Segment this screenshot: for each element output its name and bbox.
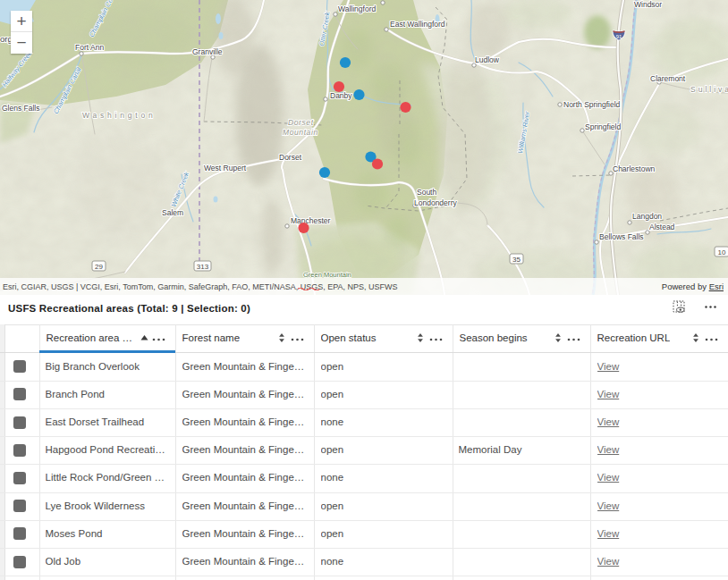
- svg-text:Ludlow: Ludlow: [475, 55, 500, 64]
- svg-text:South: South: [417, 188, 436, 197]
- svg-text:35: 35: [512, 256, 521, 264]
- svg-text:Dorset: Dorset: [288, 118, 314, 127]
- svg-text:North Springfield: North Springfield: [563, 100, 621, 109]
- svg-text:Claremont: Claremont: [650, 74, 686, 83]
- svg-text:Manchester: Manchester: [291, 216, 331, 225]
- svg-text:Wallingford: Wallingford: [338, 4, 376, 13]
- svg-text:Langdon: Langdon: [632, 212, 662, 221]
- svg-text:Alstead: Alstead: [649, 223, 675, 231]
- svg-text:91: 91: [616, 34, 622, 39]
- svg-text:East Wallingford: East Wallingford: [390, 20, 445, 29]
- svg-text:313: 313: [197, 263, 209, 271]
- svg-text:Salem: Salem: [162, 208, 183, 217]
- svg-text:Washington: Washington: [82, 111, 157, 120]
- svg-text:Bellows Falls: Bellows Falls: [599, 232, 644, 241]
- svg-text:Londonderry: Londonderry: [414, 198, 457, 207]
- svg-text:Springfield: Springfield: [585, 122, 621, 131]
- svg-text:West Rupert: West Rupert: [204, 164, 247, 172]
- svg-text:Charlestown: Charlestown: [613, 164, 656, 173]
- svg-text:10: 10: [718, 248, 726, 256]
- svg-text:Dorset: Dorset: [279, 153, 302, 162]
- svg-text:Windsor: Windsor: [634, 0, 662, 9]
- svg-text:Sullivan: Sullivan: [690, 85, 728, 94]
- svg-text:Fort Ann: Fort Ann: [75, 43, 104, 52]
- svg-text:Granville: Granville: [192, 47, 223, 56]
- svg-text:29: 29: [95, 263, 103, 271]
- svg-text:Glens Falls: Glens Falls: [2, 104, 40, 113]
- svg-text:Mountain: Mountain: [283, 128, 318, 137]
- svg-text:Danby: Danby: [330, 91, 352, 100]
